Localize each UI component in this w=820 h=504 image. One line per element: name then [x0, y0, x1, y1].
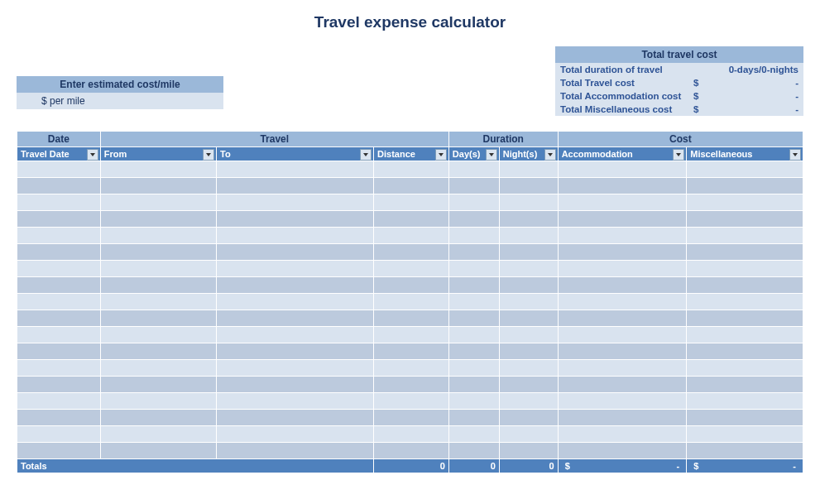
cell-misc[interactable]	[687, 377, 803, 392]
filter-dropdown-icon[interactable]	[486, 149, 497, 161]
col-to[interactable]: To	[217, 147, 373, 161]
cell-days[interactable]	[449, 228, 499, 243]
cell-from[interactable]	[101, 310, 216, 326]
cell-accommodation[interactable]	[559, 377, 687, 392]
cell-misc[interactable]	[687, 393, 803, 409]
cell-distance[interactable]	[374, 277, 448, 293]
cell-accommodation[interactable]	[559, 393, 687, 409]
cell-travel_date[interactable]	[17, 261, 100, 276]
table-row[interactable]	[17, 161, 803, 177]
cell-to[interactable]	[217, 244, 373, 260]
cell-to[interactable]	[217, 426, 373, 442]
col-travel_date[interactable]: Travel Date	[17, 147, 100, 161]
cell-nights[interactable]	[500, 443, 558, 458]
cell-distance[interactable]	[374, 244, 448, 260]
cell-travel_date[interactable]	[17, 228, 100, 243]
cell-days[interactable]	[449, 294, 499, 310]
table-row[interactable]	[17, 294, 803, 310]
cell-travel_date[interactable]	[17, 178, 100, 194]
table-row[interactable]	[17, 228, 803, 243]
cell-from[interactable]	[101, 410, 216, 425]
cell-from[interactable]	[101, 277, 216, 293]
cell-accommodation[interactable]	[559, 294, 687, 310]
cell-travel_date[interactable]	[17, 244, 100, 260]
cell-distance[interactable]	[374, 228, 448, 243]
cell-distance[interactable]	[374, 211, 448, 227]
table-row[interactable]	[17, 426, 803, 442]
cell-travel_date[interactable]	[17, 310, 100, 326]
cell-from[interactable]	[101, 261, 216, 276]
estimate-body[interactable]: $ per mile	[17, 93, 223, 109]
cell-days[interactable]	[449, 343, 499, 359]
table-row[interactable]	[17, 377, 803, 392]
cell-to[interactable]	[217, 211, 373, 227]
cell-distance[interactable]	[374, 261, 448, 276]
cell-misc[interactable]	[687, 261, 803, 276]
cell-to[interactable]	[217, 327, 373, 343]
cell-days[interactable]	[449, 310, 499, 326]
cell-to[interactable]	[217, 377, 373, 392]
cell-to[interactable]	[217, 261, 373, 276]
cell-misc[interactable]	[687, 443, 803, 458]
cell-to[interactable]	[217, 360, 373, 376]
cell-nights[interactable]	[500, 244, 558, 260]
cell-travel_date[interactable]	[17, 343, 100, 359]
cell-misc[interactable]	[687, 194, 803, 210]
cell-from[interactable]	[101, 426, 216, 442]
cell-days[interactable]	[449, 393, 499, 409]
col-nights[interactable]: Night(s)	[500, 147, 558, 161]
cell-travel_date[interactable]	[17, 277, 100, 293]
cell-misc[interactable]	[687, 410, 803, 425]
table-row[interactable]	[17, 211, 803, 227]
cell-nights[interactable]	[500, 327, 558, 343]
filter-dropdown-icon[interactable]	[203, 149, 214, 161]
cell-nights[interactable]	[500, 310, 558, 326]
cell-accommodation[interactable]	[559, 194, 687, 210]
cell-from[interactable]	[101, 244, 216, 260]
cell-accommodation[interactable]	[559, 410, 687, 425]
cell-travel_date[interactable]	[17, 194, 100, 210]
table-row[interactable]	[17, 393, 803, 409]
cell-accommodation[interactable]	[559, 161, 687, 177]
cell-from[interactable]	[101, 228, 216, 243]
cell-misc[interactable]	[687, 244, 803, 260]
cell-accommodation[interactable]	[559, 261, 687, 276]
cell-from[interactable]	[101, 443, 216, 458]
cell-travel_date[interactable]	[17, 443, 100, 458]
table-row[interactable]	[17, 178, 803, 194]
cell-misc[interactable]	[687, 343, 803, 359]
cell-distance[interactable]	[374, 161, 448, 177]
col-misc[interactable]: Miscellaneous	[687, 147, 803, 161]
cell-from[interactable]	[101, 194, 216, 210]
cell-days[interactable]	[449, 194, 499, 210]
cell-misc[interactable]	[687, 294, 803, 310]
cell-distance[interactable]	[374, 426, 448, 442]
cell-days[interactable]	[449, 360, 499, 376]
cell-accommodation[interactable]	[559, 327, 687, 343]
cell-nights[interactable]	[500, 294, 558, 310]
cell-nights[interactable]	[500, 261, 558, 276]
cell-days[interactable]	[449, 161, 499, 177]
cell-misc[interactable]	[687, 178, 803, 194]
filter-dropdown-icon[interactable]	[87, 149, 98, 161]
table-row[interactable]	[17, 410, 803, 425]
cell-to[interactable]	[217, 393, 373, 409]
cell-nights[interactable]	[500, 178, 558, 194]
cell-travel_date[interactable]	[17, 211, 100, 227]
cell-nights[interactable]	[500, 393, 558, 409]
cell-misc[interactable]	[687, 327, 803, 343]
table-row[interactable]	[17, 310, 803, 326]
cell-from[interactable]	[101, 360, 216, 376]
cell-distance[interactable]	[374, 327, 448, 343]
table-row[interactable]	[17, 194, 803, 210]
cell-to[interactable]	[217, 343, 373, 359]
cell-days[interactable]	[449, 261, 499, 276]
cell-distance[interactable]	[374, 194, 448, 210]
cell-to[interactable]	[217, 178, 373, 194]
cell-to[interactable]	[217, 277, 373, 293]
cell-travel_date[interactable]	[17, 377, 100, 392]
cell-misc[interactable]	[687, 277, 803, 293]
cell-distance[interactable]	[374, 443, 448, 458]
cell-misc[interactable]	[687, 360, 803, 376]
filter-dropdown-icon[interactable]	[673, 149, 684, 161]
